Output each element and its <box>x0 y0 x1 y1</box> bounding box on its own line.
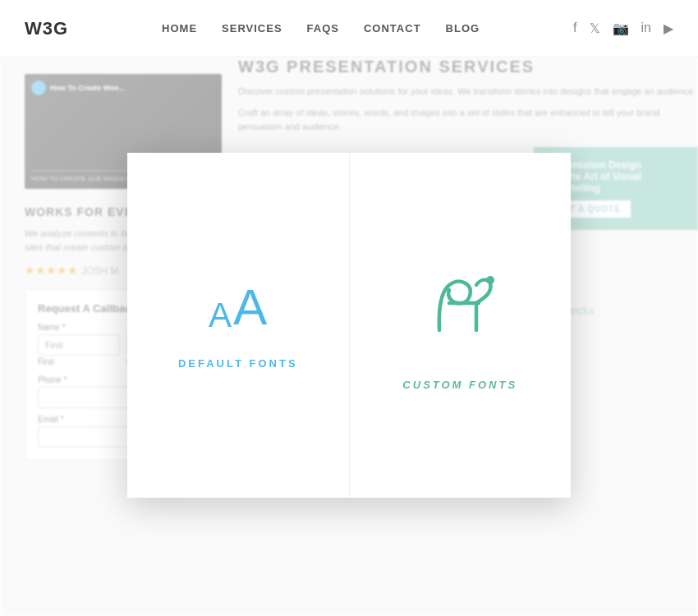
custom-font-icon <box>415 260 505 354</box>
youtube-icon[interactable]: ▶ <box>664 21 673 36</box>
custom-fonts-panel: CUSTOM FONTS <box>350 153 572 498</box>
instagram-icon[interactable]: 📷 <box>613 21 629 36</box>
nav-home[interactable]: HOME <box>162 22 197 34</box>
nav-links: HOME SERVICES FAQS CONTACT BLOG <box>162 22 480 34</box>
svg-point-0 <box>486 276 494 284</box>
custom-fonts-label[interactable]: CUSTOM FONTS <box>402 379 517 391</box>
large-a-icon: A <box>233 282 267 333</box>
navbar: W3G HOME SERVICES FAQS CONTACT BLOG f 𝕏 … <box>0 0 698 57</box>
fonts-modal: A A DEFAULT FONTS CUSTOM FONTS <box>127 153 571 498</box>
nav-blog[interactable]: BLOG <box>446 22 480 34</box>
nav-services[interactable]: SERVICES <box>222 22 282 34</box>
default-font-icon: A A <box>209 282 267 333</box>
linkedin-icon[interactable]: in <box>641 21 651 36</box>
small-a-icon: A <box>209 298 232 333</box>
nav-faqs[interactable]: FAQS <box>307 22 339 34</box>
twitter-icon[interactable]: 𝕏 <box>590 21 600 36</box>
default-fonts-label[interactable]: DEFAULT FONTS <box>178 357 298 370</box>
social-links: f 𝕏 📷 in ▶ <box>573 21 673 36</box>
nav-logo[interactable]: W3G <box>25 18 68 39</box>
nav-contact[interactable]: CONTACT <box>364 22 421 34</box>
facebook-icon[interactable]: f <box>573 21 576 36</box>
default-fonts-panel: A A DEFAULT FONTS <box>127 153 350 498</box>
